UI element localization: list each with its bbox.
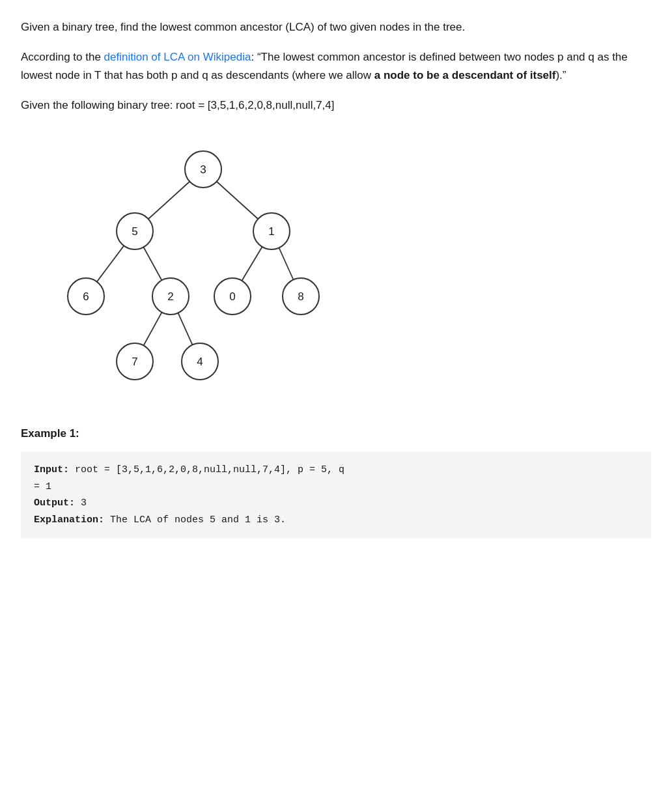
example1-input-continuation: = 1 — [34, 479, 638, 496]
definition-paragraph: According to the definition of LCA on Wi… — [21, 48, 651, 85]
tree-description-text: Given the following binary tree: root = … — [21, 99, 335, 111]
definition-end: ).” — [555, 69, 566, 81]
svg-text:1: 1 — [268, 225, 274, 238]
example1-section: Example 1: Input: root = [3,5,1,6,2,0,8,… — [21, 425, 651, 539]
example1-explanation-line: Explanation: The LCA of nodes 5 and 1 is… — [34, 512, 638, 529]
explanation-value: The LCA of nodes 5 and 1 is 3. — [104, 514, 286, 526]
svg-text:0: 0 — [229, 290, 235, 303]
example1-title: Example 1: — [21, 425, 651, 442]
tree-node-0: 0 — [214, 278, 251, 315]
svg-text:7: 7 — [132, 356, 137, 368]
problem-description: Given a binary tree, find the lowest com… — [21, 18, 651, 539]
tree-svg: 3 5 1 6 2 — [34, 130, 359, 404]
example1-code-block: Input: root = [3,5,1,6,2,0,8,null,null,7… — [21, 451, 651, 539]
tree-node-7: 7 — [117, 343, 153, 380]
wikipedia-link[interactable]: definition of LCA on Wikipedia — [104, 51, 251, 63]
svg-text:6: 6 — [83, 290, 89, 303]
tree-node-2: 2 — [152, 278, 189, 315]
definition-prefix: According to the — [21, 51, 104, 63]
tree-node-1: 1 — [253, 213, 290, 249]
tree-node-8: 8 — [283, 278, 319, 315]
explanation-label: Explanation: — [34, 514, 104, 526]
svg-text:8: 8 — [298, 290, 303, 303]
svg-text:2: 2 — [167, 290, 173, 303]
svg-text:5: 5 — [132, 225, 137, 238]
intro-paragraph: Given a binary tree, find the lowest com… — [21, 18, 651, 36]
intro-text: Given a binary tree, find the lowest com… — [21, 21, 465, 33]
tree-node-5: 5 — [117, 213, 153, 249]
bold-descendant-text: a node to be a descendant of itself — [374, 69, 556, 81]
output-value: 3 — [75, 498, 87, 509]
binary-tree-diagram: 3 5 1 6 2 — [21, 130, 651, 404]
svg-text:3: 3 — [200, 163, 206, 176]
tree-description-paragraph: Given the following binary tree: root = … — [21, 96, 651, 115]
svg-text:4: 4 — [197, 356, 203, 368]
input-value: root = [3,5,1,6,2,0,8,null,null,7,4], p … — [69, 464, 344, 475]
input-continuation: = 1 — [34, 481, 51, 492]
example1-input-line: Input: root = [3,5,1,6,2,0,8,null,null,7… — [34, 462, 638, 479]
tree-node-4: 4 — [182, 343, 218, 380]
tree-node-6: 6 — [68, 278, 104, 315]
example1-output-line: Output: 3 — [34, 495, 638, 512]
input-label: Input: — [34, 464, 69, 475]
tree-node-3: 3 — [185, 151, 221, 188]
output-label: Output: — [34, 498, 75, 509]
